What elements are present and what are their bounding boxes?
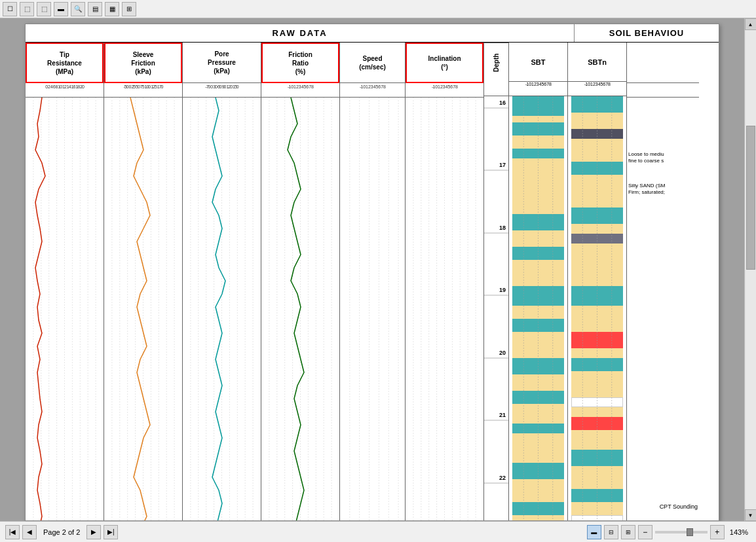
scroll-down-btn[interactable]: ▼ <box>745 509 757 521</box>
inclination-scale: -1 0 1 2 3 4 5 6 7 8 <box>406 83 483 98</box>
depth-col: Depth 16 17 18 19 20 21 22 23 <box>484 43 509 520</box>
main-area: RAW DATA SOIL BEHAVIOU TipResistance(MPa… <box>0 18 756 521</box>
tip-resistance-header: TipResistance(MPa) <box>26 43 104 83</box>
pore-pressure-scale: -70 0 30 60 90 120 150 <box>183 83 261 98</box>
scrollbar: ▲ ▼ <box>744 18 756 521</box>
speed-col: Speed(cm/sec) -1 0 1 2 3 4 5 6 7 8 <box>340 43 406 520</box>
tip-resistance-col: TipResistance(MPa) 0 2 4 6 8 10 12 14 16… <box>26 43 104 520</box>
toolbar: ☐ ⬚ ⬚ ▬ 🔍 ▤ ▦ ⊞ <box>0 0 756 18</box>
annotation-line3: Silty SAND (SM <box>628 183 665 189</box>
toolbar-btn-1[interactable]: ☐ <box>3 2 17 16</box>
sbtn-col: SBTn -1 0 1 2 3 4 5 6 7 8 <box>568 43 627 520</box>
pore-pressure-col: PorePressure(kPa) -70 0 30 60 90 120 150 <box>183 43 261 520</box>
tip-resistance-grid <box>26 98 104 520</box>
annotation-line1: Loose to mediu <box>628 151 664 157</box>
sbt-col: SBT -1 0 1 2 3 4 5 6 7 8 <box>509 43 568 520</box>
pore-pressure-header: PorePressure(kPa) <box>183 43 261 83</box>
scroll-thumb[interactable] <box>746 126 755 270</box>
sleeve-friction-col: SleeveFriction(kPa) -50 0 25 50 75 100 1… <box>104 43 183 520</box>
sleeve-friction-grid <box>104 98 182 520</box>
scroll-track[interactable] <box>746 30 756 509</box>
depth-chart: 16 17 18 19 20 21 22 23 <box>484 96 508 520</box>
friction-ratio-header: FrictionRatio(%) <box>261 43 339 83</box>
tip-resistance-scale: 0 2 4 6 8 10 12 14 16 18 20 <box>26 83 104 98</box>
depth-lines-svg <box>484 96 508 520</box>
document-page: RAW DATA SOIL BEHAVIOU TipResistance(MPa… <box>25 24 719 521</box>
depth-scale <box>484 82 508 96</box>
first-page-btn[interactable]: |◀ <box>5 525 20 539</box>
soil-description-col: Loose to mediu fine to coarse s Silty SA… <box>627 43 699 520</box>
pore-pressure-grid <box>183 98 261 520</box>
section-headers: RAW DATA SOIL BEHAVIOU <box>26 24 719 43</box>
annotation-line4: Firm; saturated; <box>628 189 665 195</box>
sleeve-friction-header: SleeveFriction(kPa) <box>104 43 182 83</box>
toolbar-btn-6[interactable]: ▤ <box>88 2 102 16</box>
toolbar-btn-8[interactable]: ⊞ <box>122 2 136 16</box>
statusbar-right: ▬ ⊟ ⊞ − + 143% <box>587 525 751 539</box>
scroll-up-btn[interactable]: ▲ <box>745 18 757 30</box>
inclination-chart <box>406 98 483 520</box>
friction-ratio-scale: -1 0 1 2 3 4 5 6 7 8 <box>261 83 339 98</box>
page-wrapper: RAW DATA SOIL BEHAVIOU TipResistance(MPa… <box>0 18 744 521</box>
zoom-level: 143% <box>730 528 748 536</box>
friction-ratio-grid <box>261 98 339 520</box>
toolbar-btn-7[interactable]: ▦ <box>105 2 119 16</box>
view-single-btn[interactable]: ▬ <box>587 525 601 539</box>
sbt-scale: -1 0 1 2 3 4 5 6 7 8 <box>509 82 567 96</box>
next-page-btn[interactable]: ▶ <box>86 525 101 539</box>
inclination-grid <box>406 98 483 520</box>
speed-chart <box>340 98 405 520</box>
last-page-btn[interactable]: ▶| <box>104 525 118 539</box>
zoom-slider[interactable] <box>655 531 708 533</box>
zoom-in-btn[interactable]: + <box>710 525 725 539</box>
depth-header: Depth <box>484 43 508 82</box>
sbtn-header: SBTn <box>568 43 626 82</box>
speed-scale: -1 0 1 2 3 4 5 6 7 8 <box>340 83 405 98</box>
toolbar-btn-4[interactable]: ▬ <box>54 2 68 16</box>
prev-page-btn[interactable]: ◀ <box>22 525 37 539</box>
sbt-header: SBT <box>509 43 567 82</box>
raw-data-header: RAW DATA <box>26 24 575 42</box>
view-grid-btn[interactable]: ⊞ <box>621 525 635 539</box>
tip-resistance-chart <box>26 98 104 520</box>
toolbar-btn-3[interactable]: ⬚ <box>37 2 51 16</box>
sleeve-friction-scale: -50 0 25 50 75 100 125 170 <box>104 83 182 98</box>
toolbar-btn-2[interactable]: ⬚ <box>20 2 34 16</box>
speed-grid <box>340 98 405 520</box>
annotation-line2: fine to coarse s <box>628 158 664 164</box>
toolbar-btn-5[interactable]: 🔍 <box>71 2 85 16</box>
statusbar: |◀ ◀ Page 2 of 2 ▶ ▶| ▬ ⊟ ⊞ − + 143% <box>0 521 756 542</box>
inclination-header: Inclination(°) <box>406 43 483 83</box>
inclination-col: Inclination(°) -1 0 1 2 3 4 5 6 7 8 <box>406 43 484 520</box>
friction-ratio-col: FrictionRatio(%) -1 0 1 2 3 4 5 6 7 8 <box>261 43 340 520</box>
friction-ratio-chart <box>261 98 339 520</box>
sleeve-friction-chart <box>104 98 182 520</box>
soil-behaviour-header: SOIL BEHAVIOU <box>575 24 719 42</box>
sbtn-chart <box>568 96 626 520</box>
view-double-btn[interactable]: ⊟ <box>604 525 618 539</box>
speed-header: Speed(cm/sec) <box>340 43 405 83</box>
page-info: Page 2 of 2 <box>43 528 80 536</box>
sbtn-scale: -1 0 1 2 3 4 5 6 7 8 <box>568 82 626 96</box>
footer-annotation: CPT Sounding <box>660 503 698 510</box>
zoom-out-btn[interactable]: − <box>638 525 652 539</box>
pore-pressure-chart <box>183 98 261 520</box>
sbt-chart <box>509 96 567 520</box>
zoom-thumb[interactable] <box>687 528 693 536</box>
sbt-grid-svg <box>509 96 567 520</box>
sbtn-grid-svg <box>568 96 626 520</box>
data-table: TipResistance(MPa) 0 2 4 6 8 10 12 14 16… <box>26 43 719 520</box>
